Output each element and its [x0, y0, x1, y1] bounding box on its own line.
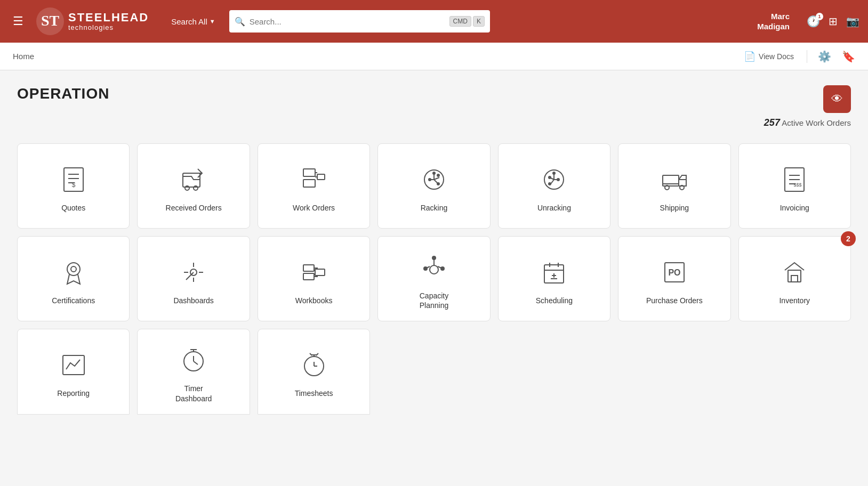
sub-nav: Home 📄 View Docs ⚙️ 🔖: [0, 43, 868, 70]
received-orders-label: Received Orders: [166, 203, 222, 213]
app-card-unracking[interactable]: Unracking: [498, 143, 610, 229]
app-card-scheduling[interactable]: Scheduling: [498, 236, 610, 321]
svg-rect-52: [315, 269, 325, 276]
purchase-orders-icon: PO: [658, 256, 690, 288]
view-docs-label: View Docs: [759, 52, 794, 61]
certifications-icon: [58, 256, 90, 288]
search-input[interactable]: [250, 17, 445, 26]
brand-sub: technologies: [68, 24, 149, 31]
app-grid-row3: Reporting TimerDashboard: [17, 329, 851, 414]
section-title: OPERATION: [17, 85, 109, 102]
grid-button[interactable]: ⊞: [829, 15, 838, 28]
app-card-certifications[interactable]: Certifications: [17, 236, 130, 321]
search-all-label: Search All: [171, 17, 207, 26]
app-card-work-orders[interactable]: Work Orders: [258, 143, 370, 229]
timer-dashboard-label: TimerDashboard: [175, 384, 212, 403]
search-icon: 🔍: [235, 17, 245, 27]
svg-point-30: [557, 179, 559, 181]
svg-rect-51: [303, 273, 314, 280]
app-card-workbooks[interactable]: Workbooks: [258, 236, 370, 321]
work-orders-icon: [298, 164, 330, 196]
nav-divider: [807, 50, 807, 63]
clock-badge: 1: [816, 13, 823, 20]
reporting-icon: [58, 349, 90, 381]
svg-point-21: [429, 179, 431, 181]
racking-label: Racking: [421, 203, 448, 213]
app-card-shipping[interactable]: Shipping: [618, 143, 730, 229]
svg-text:ST: ST: [41, 12, 60, 29]
svg-point-23: [437, 183, 439, 185]
sub-nav-actions: 📄 View Docs ⚙️ 🔖: [740, 47, 855, 66]
header: ☰ ST STEELHEAD technologies Search All ▼…: [0, 0, 868, 43]
scheduling-icon: [538, 256, 570, 288]
settings-button[interactable]: ⚙️: [816, 48, 833, 65]
workbooks-label: Workbooks: [295, 296, 333, 305]
active-orders-text: 257 Active Work Orders: [764, 117, 851, 128]
app-grid-row1: $ Quotes Received Orders: [17, 143, 851, 229]
app-card-reporting[interactable]: Reporting: [17, 329, 130, 414]
svg-text:$$$: $$$: [794, 182, 802, 188]
svg-point-32: [549, 183, 551, 185]
timer-dashboard-icon: [178, 344, 210, 376]
svg-line-83: [316, 353, 318, 355]
brand-name: STEELHEAD: [68, 11, 149, 24]
svg-point-44: [71, 266, 76, 272]
svg-point-55: [432, 256, 436, 260]
dashboards-label: Dashboards: [173, 296, 214, 305]
purchase-orders-label: Purchase Orders: [646, 296, 703, 305]
invoicing-label: Invoicing: [780, 203, 809, 213]
capacity-planning-icon: [418, 252, 450, 284]
app-card-quotes[interactable]: $ Quotes: [17, 143, 130, 229]
inventory-icon: [778, 256, 810, 288]
timesheets-icon: [298, 349, 330, 381]
user-name[interactable]: MarcMadigan: [757, 11, 790, 32]
app-card-purchase-orders[interactable]: PO Purchase Orders: [618, 236, 730, 321]
app-card-timesheets[interactable]: Timesheets: [258, 329, 370, 414]
section-right: 👁 257 Active Work Orders: [764, 85, 851, 128]
app-card-received-orders[interactable]: Received Orders: [137, 143, 250, 229]
svg-line-76: [194, 361, 198, 365]
inventory-label: Inventory: [779, 296, 810, 305]
search-all-button[interactable]: Search All ▼: [166, 14, 220, 29]
keyboard-shortcut: CMD K: [449, 16, 485, 27]
svg-rect-12: [303, 180, 315, 187]
app-card-capacity-planning[interactable]: CapacityPlanning: [377, 236, 490, 321]
cmd-key: CMD: [449, 16, 471, 27]
svg-point-33: [553, 172, 555, 174]
app-card-timer-dashboard[interactable]: TimerDashboard: [137, 329, 250, 414]
camera-button[interactable]: 📷: [846, 15, 859, 28]
scheduling-label: Scheduling: [536, 296, 573, 305]
app-card-invoicing[interactable]: $$$ Invoicing: [738, 143, 851, 229]
svg-rect-70: [791, 276, 798, 282]
view-docs-button[interactable]: 📄 View Docs: [740, 47, 798, 66]
breadcrumb: Home: [13, 52, 34, 61]
app-card-inventory[interactable]: 2 Inventory: [738, 236, 851, 321]
capacity-planning-label: CapacityPlanning: [420, 291, 449, 310]
section-header: OPERATION 👁 257 Active Work Orders: [17, 85, 851, 128]
svg-point-53: [430, 265, 438, 274]
svg-point-24: [433, 172, 435, 174]
app-card-racking[interactable]: Racking: [377, 143, 490, 229]
svg-text:$: $: [71, 181, 75, 189]
main-content: OPERATION 👁 257 Active Work Orders $: [0, 70, 868, 430]
active-label: Active Work Orders: [782, 118, 851, 127]
svg-line-29: [551, 180, 554, 184]
shipping-label: Shipping: [660, 203, 689, 213]
certifications-label: Certifications: [52, 296, 95, 305]
logo: ST STEELHEAD technologies: [36, 7, 149, 35]
workbooks-icon: [298, 256, 330, 288]
svg-rect-50: [303, 265, 314, 271]
timesheets-label: Timesheets: [295, 388, 333, 398]
eye-icon: 👁: [831, 92, 843, 106]
svg-text:PO: PO: [668, 268, 680, 277]
received-orders-icon: [178, 164, 210, 196]
search-bar: 🔍 CMD K: [229, 10, 490, 33]
bookmark-button[interactable]: 🔖: [842, 50, 855, 63]
clock-button[interactable]: 🕐 1: [807, 15, 820, 28]
menu-button[interactable]: ☰: [9, 10, 28, 33]
quotes-label: Quotes: [61, 203, 85, 213]
app-card-dashboards[interactable]: Dashboards: [137, 236, 250, 321]
logo-icon: ST: [36, 7, 64, 35]
eye-button[interactable]: 👁: [823, 85, 851, 113]
svg-rect-11: [303, 169, 315, 176]
